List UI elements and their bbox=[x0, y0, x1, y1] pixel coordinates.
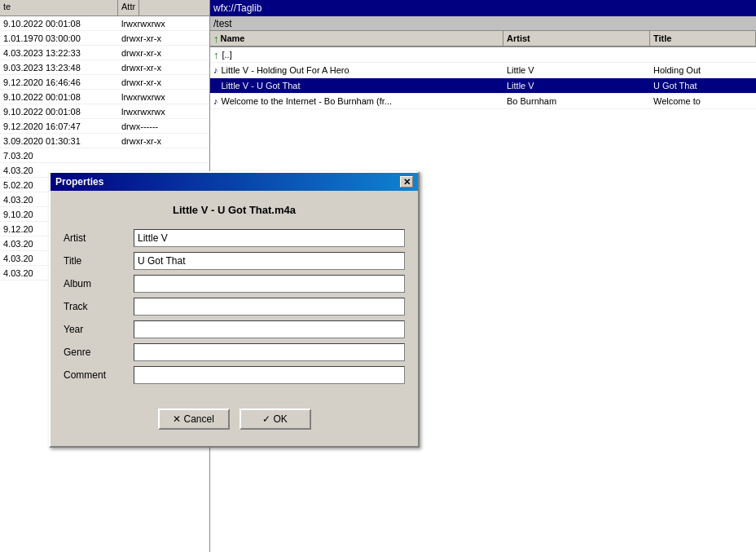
left-panel-row[interactable]: 9.03.2023 13:23:48 drwxr-xr-x bbox=[0, 60, 209, 75]
left-panel-row[interactable]: 7.03.20 bbox=[0, 148, 209, 163]
dialog-titlebar: Properties ✕ bbox=[51, 173, 418, 191]
right-cell-name: ♪ Welcome to the Internet - Bo Burnham (… bbox=[210, 95, 503, 107]
right-panel-row[interactable]: ♪ Welcome to the Internet - Bo Burnham (… bbox=[210, 94, 756, 109]
right-cell-artist: Little V bbox=[503, 64, 650, 76]
left-cell-date: 9.10.2022 00:01:08 bbox=[0, 91, 118, 103]
left-cell-date: 4.03.2023 13:22:33 bbox=[0, 47, 118, 59]
left-cell-attr bbox=[118, 155, 125, 157]
left-cell-attr: lrwxrwxrwx bbox=[118, 18, 169, 29]
right-panel-rows: ↑ [..] ♪ Little V - Holding Out For A He… bbox=[210, 47, 756, 109]
left-col-date: te bbox=[0, 0, 118, 15]
dialog-filename: Little V - U Got That.m4a bbox=[64, 204, 405, 216]
dialog-label-title: Title bbox=[64, 255, 129, 267]
left-cell-attr: lrwxrwxrwx bbox=[118, 106, 169, 117]
left-panel-row[interactable]: 9.12.2020 16:07:47 drwx------ bbox=[0, 119, 209, 134]
left-panel-row[interactable]: 4.03.2023 13:22:33 drwxr-xr-x bbox=[0, 46, 209, 60]
dialog-label-track: Track bbox=[64, 301, 129, 312]
left-panel-header: te Attr bbox=[0, 0, 209, 16]
right-panel-path: /test bbox=[210, 16, 756, 31]
right-cell-title: U Got That bbox=[650, 80, 756, 91]
left-cell-date: 3.09.2020 01:30:31 bbox=[0, 135, 118, 147]
left-cell-date: 9.10.2022 00:01:08 bbox=[0, 18, 118, 29]
left-cell-attr: lrwxrwxrwx bbox=[118, 91, 169, 103]
up-arrow-icon: ↑ bbox=[213, 49, 219, 61]
left-cell-attr: drwxr-xr-x bbox=[118, 62, 165, 73]
left-cell-date: 9.10.2022 00:01:08 bbox=[0, 106, 118, 117]
col-header-name-label: Name bbox=[221, 33, 245, 43]
music-file-icon: ♪ bbox=[213, 65, 218, 75]
left-panel-row[interactable]: 9.10.2022 00:01:08 lrwxrwxrwx bbox=[0, 16, 209, 31]
dialog-body: Little V - U Got That.m4a ArtistTitleAlb… bbox=[51, 191, 418, 446]
left-col-attr: Attr bbox=[118, 0, 139, 15]
left-cell-attr: drwx------ bbox=[118, 121, 161, 132]
left-panel-row[interactable]: 3.09.2020 01:30:31 drwxr-xr-x bbox=[0, 134, 209, 148]
right-cell-artist bbox=[503, 54, 650, 55]
col-header-title-label: Title bbox=[653, 33, 671, 43]
col-header-name[interactable]: ↑ Name bbox=[210, 31, 503, 46]
right-cell-title bbox=[650, 54, 756, 55]
dialog-input-artist[interactable] bbox=[134, 229, 405, 247]
left-cell-attr: drwxr-xr-x bbox=[118, 47, 165, 59]
right-panel-header: ↑ Name Artist Title bbox=[210, 31, 756, 47]
left-cell-attr: drwxr-xr-x bbox=[118, 33, 165, 44]
right-cell-artist: Bo Burnham bbox=[503, 95, 650, 107]
dialog-input-track[interactable] bbox=[134, 298, 405, 316]
left-cell-attr: drwxr-xr-x bbox=[118, 135, 165, 147]
right-cell-artist: Little V bbox=[503, 80, 650, 91]
left-panel-row[interactable]: 9.10.2022 00:01:08 lrwxrwxrwx bbox=[0, 90, 209, 104]
right-panel-row[interactable]: ♪ Little V - U Got That Little V U Got T… bbox=[210, 78, 756, 94]
dialog-input-comment[interactable] bbox=[134, 366, 405, 384]
dialog-label-genre: Genre bbox=[64, 347, 129, 358]
music-file-icon: ♪ bbox=[213, 81, 218, 91]
left-panel-row[interactable]: 9.10.2022 00:01:08 lrwxrwxrwx bbox=[0, 104, 209, 119]
dialog-input-genre[interactable] bbox=[134, 343, 405, 361]
col-header-title[interactable]: Title bbox=[650, 31, 756, 46]
dialog-overlay: Properties ✕ Little V - U Got That.m4a A… bbox=[49, 171, 420, 448]
right-cell-name: ♪ Little V - Holding Out For A Hero bbox=[210, 64, 503, 76]
dialog-title: Properties bbox=[55, 176, 103, 188]
right-panel-row[interactable]: ♪ Little V - Holding Out For A Hero Litt… bbox=[210, 63, 756, 78]
sort-arrow-icon: ↑ bbox=[213, 33, 219, 45]
right-cell-name-text: Welcome to the Internet - Bo Burnham (fr… bbox=[222, 96, 393, 106]
right-cell-name-text: Little V - U Got That bbox=[222, 81, 301, 91]
dialog-input-year[interactable] bbox=[134, 320, 405, 338]
dialog-input-title[interactable] bbox=[134, 252, 405, 270]
left-cell-attr: drwxr-xr-x bbox=[118, 77, 165, 88]
left-cell-date: 9.12.2020 16:46:46 bbox=[0, 77, 118, 88]
right-panel-row[interactable]: ↑ [..] bbox=[210, 47, 756, 63]
dialog-fields: ArtistTitleAlbumTrackYearGenreComment bbox=[64, 229, 405, 384]
left-cell-date: 9.03.2023 13:23:48 bbox=[0, 62, 118, 73]
dialog-input-album[interactable] bbox=[134, 275, 405, 293]
right-cell-name-text: [..] bbox=[222, 50, 232, 60]
col-header-artist[interactable]: Artist bbox=[503, 31, 650, 46]
left-cell-date: 1.01.1970 03:00:00 bbox=[0, 33, 118, 44]
left-cell-date: 9.12.2020 16:07:47 bbox=[0, 121, 118, 132]
dialog-cancel-button[interactable]: ✕ Cancel bbox=[158, 408, 230, 430]
dialog-close-button[interactable]: ✕ bbox=[400, 176, 413, 188]
right-cell-title: Welcome to bbox=[650, 95, 756, 107]
dialog-buttons: ✕ Cancel✓ OK bbox=[64, 400, 405, 433]
col-header-artist-label: Artist bbox=[507, 33, 530, 43]
dialog-label-album: Album bbox=[64, 278, 129, 289]
dialog-label-comment: Comment bbox=[64, 369, 129, 381]
properties-dialog: Properties ✕ Little V - U Got That.m4a A… bbox=[49, 171, 420, 448]
toolbar-text: wfx://Taglib bbox=[213, 2, 262, 14]
left-panel-row[interactable]: 1.01.1970 03:00:00 drwxr-xr-x bbox=[0, 31, 209, 46]
dialog-ok-button[interactable]: ✓ OK bbox=[240, 408, 311, 430]
right-cell-name: ♪ Little V - U Got That bbox=[210, 80, 503, 91]
path-text: /test bbox=[213, 18, 232, 29]
dialog-label-artist: Artist bbox=[64, 232, 129, 244]
right-cell-name: ↑ [..] bbox=[210, 48, 503, 62]
left-panel-row[interactable]: 9.12.2020 16:46:46 drwxr-xr-x bbox=[0, 75, 209, 90]
right-cell-name-text: Little V - Holding Out For A Hero bbox=[222, 65, 349, 75]
right-cell-title: Holding Out bbox=[650, 64, 756, 76]
right-panel-toolbar: wfx://Taglib bbox=[210, 0, 756, 16]
dialog-label-year: Year bbox=[64, 324, 129, 335]
left-cell-date: 7.03.20 bbox=[0, 150, 118, 161]
music-file-icon: ♪ bbox=[213, 96, 218, 106]
